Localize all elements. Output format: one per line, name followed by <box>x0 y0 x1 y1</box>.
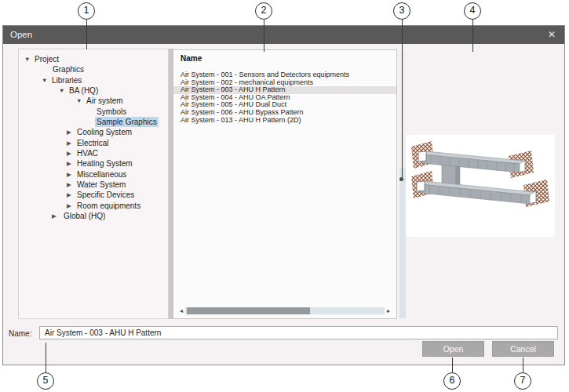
scroll-left-icon[interactable]: ◄ <box>177 306 185 316</box>
collapsed-arrow-icon[interactable]: ▶ <box>67 201 71 211</box>
collapsed-arrow-icon[interactable]: ▶ <box>67 148 71 158</box>
close-icon[interactable]: ✕ <box>539 26 564 44</box>
tree-item-label: Cooling System <box>77 127 132 137</box>
scrollbar-track[interactable] <box>185 307 385 314</box>
tree-item-label: HVAC <box>77 148 98 158</box>
name-input[interactable] <box>39 326 558 339</box>
list-item[interactable]: Air System - 003 - AHU H Pattern <box>173 86 396 94</box>
tree-item-label: Project <box>35 54 59 64</box>
callout-2: 2 <box>255 2 272 20</box>
cancel-button[interactable]: Cancel <box>492 341 554 357</box>
preview-image <box>406 135 555 237</box>
callout-line-4 <box>472 20 473 52</box>
tree-item-label: Miscellaneous <box>77 169 126 180</box>
callout-3: 3 <box>393 2 410 20</box>
callout-1: 1 <box>78 2 95 20</box>
list-item[interactable]: Air System - 013 - AHU H Pattern (2D) <box>173 117 396 125</box>
expanded-arrow-icon[interactable]: ▼ <box>24 54 30 64</box>
open-dialog: Open ✕ ▼ProjectGraphics▼Libraries▼BA (HQ… <box>2 25 565 365</box>
tree-item[interactable]: ▶Cooling System <box>19 127 168 137</box>
callout-line-3 <box>402 20 403 177</box>
tree-item[interactable]: ▶Water System <box>19 180 168 190</box>
dialog-title: Open <box>10 26 32 44</box>
callout-6: 6 <box>443 372 461 390</box>
tree-item[interactable]: Sample Graphics <box>19 117 168 127</box>
tree-item-label: Electrical <box>77 138 109 148</box>
list-column-header-name: Name <box>173 50 396 67</box>
expanded-arrow-icon[interactable]: ▼ <box>59 85 64 96</box>
callout-line-7 <box>523 358 523 372</box>
collapsed-arrow-icon[interactable]: ▶ <box>67 138 71 148</box>
list-item[interactable]: Air System - 001 - Sensors and Detectors… <box>173 71 396 79</box>
tree-item-label: Sample Graphics <box>95 117 159 127</box>
tree-item[interactable]: Symbols <box>19 107 168 117</box>
tree-item[interactable]: Graphics <box>19 64 168 74</box>
tree-item[interactable]: ▶Heating System <box>19 158 168 169</box>
list-item[interactable]: Air System - 006 - AHU Bypass Pattern <box>173 109 396 117</box>
tree-item[interactable]: ▶Room equipments <box>19 201 168 211</box>
tree-item-label: Symbols <box>97 107 126 117</box>
callout-4: 4 <box>464 2 481 20</box>
tree-item-label: Global (HQ) <box>64 211 105 221</box>
tree-item-label: Water System <box>77 180 126 190</box>
callout-line-1 <box>86 20 87 49</box>
callout-line-6 <box>452 358 453 372</box>
scrollbar-thumb[interactable] <box>187 307 310 314</box>
tree-item[interactable]: ▶Specific Devices <box>19 190 168 200</box>
tree-item[interactable]: ▶HVAC <box>19 148 168 158</box>
list-items-container: Air System - 001 - Sensors and Detectors… <box>173 71 396 124</box>
preview-splitter-handle[interactable] <box>399 50 406 318</box>
list-item[interactable]: Air System - 002 - mechanical equipments <box>173 79 396 87</box>
tree-item[interactable]: ▶Miscellaneous <box>19 169 168 180</box>
list-item[interactable]: Air System - 005 - AHU Dual Duct <box>173 101 396 109</box>
splitter-grip-dot <box>399 177 403 181</box>
collapsed-arrow-icon[interactable]: ▶ <box>67 190 71 200</box>
tree-item[interactable]: ▼Project <box>19 54 168 64</box>
open-button[interactable]: Open <box>422 341 484 357</box>
callout-line-2 <box>264 20 264 52</box>
tree-item-label: BA (HQ) <box>69 85 98 96</box>
library-tree-panel: ▼ProjectGraphics▼Libraries▼BA (HQ)▼Air s… <box>18 49 169 319</box>
tree-item[interactable]: ▶Electrical <box>19 138 168 148</box>
page: Open ✕ ▼ProjectGraphics▼Libraries▼BA (HQ… <box>0 0 569 392</box>
expanded-arrow-icon[interactable]: ▼ <box>76 96 82 106</box>
tree-item[interactable]: ▼Air system <box>19 96 168 106</box>
list-item[interactable]: Air System - 004 - AHU OA Pattern <box>173 94 396 102</box>
scroll-right-icon[interactable]: ► <box>385 306 392 316</box>
tree-item[interactable]: ▼BA (HQ) <box>19 85 168 96</box>
dialog-titlebar[interactable]: Open ✕ <box>3 26 564 44</box>
graphics-list-panel: Name Air System - 001 - Sensors and Dete… <box>173 49 397 319</box>
tree-item[interactable]: ▼Libraries <box>19 75 168 85</box>
tree-item-label: Libraries <box>52 75 82 85</box>
expanded-arrow-icon[interactable]: ▼ <box>42 75 47 85</box>
callout-line-5 <box>46 343 46 372</box>
ahu-h-pattern-graphic <box>406 135 555 237</box>
horizontal-scrollbar[interactable]: ◄ ► <box>177 306 392 316</box>
tree-item-label: Air system <box>86 96 123 106</box>
collapsed-arrow-icon[interactable]: ▶ <box>67 169 71 180</box>
collapsed-arrow-icon[interactable]: ▶ <box>52 211 57 221</box>
tree-item-label: Graphics <box>53 64 84 74</box>
tree-item-label: Room equipments <box>77 201 140 211</box>
collapsed-arrow-icon[interactable]: ▶ <box>67 180 71 190</box>
callout-5: 5 <box>37 372 54 390</box>
collapsed-arrow-icon[interactable]: ▶ <box>67 158 71 169</box>
name-field-label: Name: <box>9 327 31 340</box>
collapsed-arrow-icon[interactable]: ▶ <box>67 127 71 137</box>
tree-item[interactable]: ▶Global (HQ) <box>19 211 168 221</box>
tree-item-label: Specific Devices <box>77 190 134 200</box>
tree-item-label: Heating System <box>77 158 133 169</box>
callout-7: 7 <box>514 372 531 390</box>
